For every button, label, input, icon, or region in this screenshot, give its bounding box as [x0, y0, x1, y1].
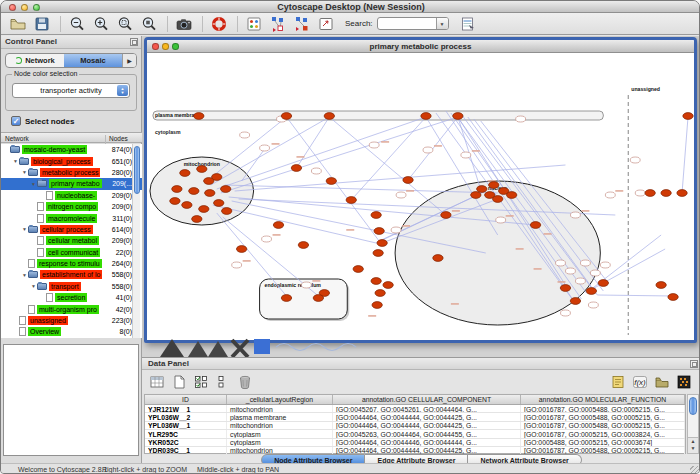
tiny-node-label[interactable]: [406, 190, 414, 192]
float-data-panel-icon[interactable]: [690, 360, 698, 368]
graph-node[interactable]: [291, 165, 301, 172]
tree-row[interactable]: ▼cellular process614(0): [1, 224, 142, 235]
graph-node[interactable]: [598, 280, 608, 287]
graph-node[interactable]: [668, 294, 678, 301]
load-attributes-icon[interactable]: [652, 373, 672, 391]
graph-node[interactable]: [560, 285, 570, 292]
expand-triangle-icon[interactable]: ▼: [21, 169, 28, 175]
tiny-node-label[interactable]: [296, 156, 304, 158]
graph-node[interactable]: [281, 113, 291, 120]
graph-node[interactable]: [182, 202, 192, 209]
annotation-icon[interactable]: [315, 14, 337, 33]
network-window[interactable]: primary metabolic process plasma membran…: [144, 37, 697, 343]
zoom-fit-icon[interactable]: [138, 14, 160, 33]
graph-node-open[interactable]: [396, 192, 406, 198]
tree-row[interactable]: ▼primary metabo209(...: [1, 178, 142, 189]
graph-node-open[interactable]: [560, 310, 570, 316]
attribute-table-icon[interactable]: [147, 373, 167, 391]
graph-node[interactable]: [373, 250, 383, 257]
expand-triangle-icon[interactable]: ▼: [30, 283, 37, 289]
graph-node[interactable]: [221, 186, 231, 193]
notes-icon[interactable]: [608, 373, 628, 391]
expand-triangle-icon[interactable]: ▼: [21, 272, 28, 278]
tree-row[interactable]: multi-organism pro42(0): [1, 303, 142, 314]
graph-node[interactable]: [199, 206, 209, 213]
graph-node[interactable]: [506, 192, 516, 199]
table-row[interactable]: YJR121W__1mitochondrion[GO:0045267, GO:0…: [145, 405, 685, 413]
graph-node-open[interactable]: [369, 142, 379, 148]
birdseye-overview-panel[interactable]: [3, 344, 139, 456]
graph-node[interactable]: [326, 178, 336, 185]
tree-scrollbar-thumb[interactable]: [134, 146, 140, 194]
graph-node[interactable]: [477, 186, 487, 193]
graph-node[interactable]: [205, 190, 215, 197]
tiny-node-label[interactable]: [544, 233, 552, 235]
graph-node[interactable]: [170, 198, 180, 205]
snapshot-icon[interactable]: [173, 14, 195, 33]
graph-node-open[interactable]: [262, 236, 272, 242]
tree-row[interactable]: unassigned223(0): [1, 315, 142, 326]
graph-node-open[interactable]: [590, 270, 600, 276]
tiny-node-label[interactable]: [243, 260, 251, 262]
graph-node-open[interactable]: [605, 192, 615, 198]
unselect-attributes-icon[interactable]: [213, 373, 233, 391]
graph-node[interactable]: [180, 170, 190, 177]
graph-node-open[interactable]: [630, 157, 640, 163]
attribute-browser-icon[interactable]: [243, 14, 265, 33]
tiny-node-label[interactable]: [506, 215, 514, 217]
network-window-titlebar[interactable]: primary metabolic process: [147, 40, 694, 53]
float-panel-icon[interactable]: [130, 38, 138, 46]
graph-node[interactable]: [530, 222, 540, 229]
save-icon[interactable]: [31, 14, 53, 33]
tiny-node-label[interactable]: [273, 234, 281, 236]
import-table-icon[interactable]: [457, 14, 479, 33]
graph-node-open[interactable]: [496, 217, 506, 223]
tiny-node-label[interactable]: [615, 190, 623, 192]
tiny-node-label[interactable]: [451, 303, 459, 305]
zoom-selected-icon[interactable]: [114, 14, 136, 33]
graph-node[interactable]: [471, 192, 481, 199]
tree-row[interactable]: nucleobase-209(0): [1, 190, 142, 201]
graph-node[interactable]: [324, 113, 334, 120]
graph-node-open[interactable]: [588, 302, 598, 308]
graph-node[interactable]: [353, 266, 363, 273]
graph-node[interactable]: [645, 190, 655, 197]
tiny-node-label[interactable]: [346, 229, 354, 231]
graph-node[interactable]: [281, 295, 291, 302]
graph-node[interactable]: [661, 190, 671, 197]
graph-node[interactable]: [372, 302, 382, 309]
expand-triangle-icon[interactable]: ▼: [21, 226, 28, 232]
zoom-out-icon[interactable]: [66, 14, 88, 33]
graph-node[interactable]: [192, 216, 202, 223]
tree-row[interactable]: ▼transport558(0): [1, 281, 142, 292]
graph-node[interactable]: [586, 288, 596, 295]
tiny-node-label[interactable]: [368, 315, 376, 317]
graph-node[interactable]: [189, 188, 199, 195]
graph-node-open[interactable]: [232, 262, 242, 268]
tab-mosaic[interactable]: Mosaic: [64, 54, 122, 67]
tree-row[interactable]: ▼establishment of lo558(0): [1, 269, 142, 280]
tiny-node-label[interactable]: [434, 145, 442, 147]
graph-node-open[interactable]: [600, 262, 610, 268]
resize-grip[interactable]: [690, 466, 700, 474]
graph-node-open[interactable]: [556, 260, 566, 266]
graph-node[interactable]: [313, 295, 323, 302]
col-id[interactable]: ID: [145, 395, 227, 404]
graph-node[interactable]: [172, 186, 182, 193]
graph-node-open[interactable]: [516, 116, 526, 122]
layout-nodes-icon[interactable]: [267, 14, 289, 33]
graph-node[interactable]: [493, 196, 503, 203]
graph-node[interactable]: [236, 246, 246, 253]
graph-node[interactable]: [683, 113, 693, 120]
graph-node-open[interactable]: [391, 227, 401, 233]
tree-scrollbar[interactable]: [132, 144, 140, 338]
tree-row[interactable]: cellular metabol209(0): [1, 235, 142, 246]
tiny-node-label[interactable]: [472, 150, 480, 152]
graph-node[interactable]: [441, 212, 451, 219]
zoom-in-icon[interactable]: [90, 14, 112, 33]
graph-node-open[interactable]: [311, 168, 321, 174]
graph-node[interactable]: [383, 282, 393, 289]
tiny-node-label[interactable]: [581, 210, 589, 212]
tab-network[interactable]: Network: [6, 54, 64, 67]
tree-row[interactable]: Overview8(0): [1, 326, 142, 337]
